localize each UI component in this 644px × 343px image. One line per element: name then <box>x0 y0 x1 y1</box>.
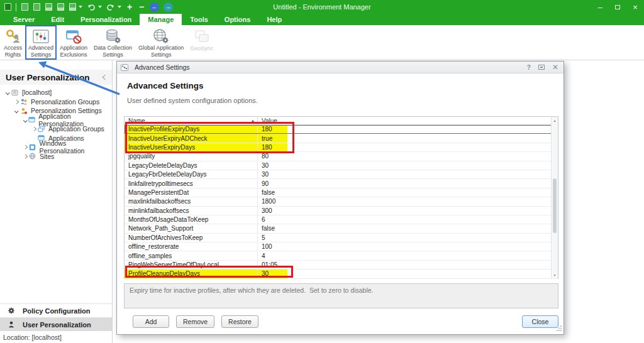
setting-value: 5 <box>258 234 558 242</box>
table-row-legacydeletedelaydays[interactable]: LegacyDeleteDelayDays30 <box>125 161 558 170</box>
setting-name: MonthsOfUsageDataToKeep <box>125 215 258 224</box>
remove-button[interactable]: Remove <box>176 315 214 328</box>
tab-server[interactable]: Server <box>5 14 43 25</box>
global-application-settings-button[interactable]: Global ApplicationSettings <box>135 25 187 60</box>
setting-value: 30 <box>258 270 558 278</box>
tab-tools[interactable]: Tools <box>182 14 216 25</box>
table-row-network_path_support[interactable]: Network_Path_Supportfalse <box>125 224 558 233</box>
scrollbar-thumb[interactable] <box>553 178 557 233</box>
save-as-icon[interactable] <box>57 3 64 11</box>
tab-edit[interactable]: Edit <box>43 14 72 25</box>
add-icon[interactable]: + <box>126 3 133 11</box>
remove-icon[interactable]: − <box>138 3 145 11</box>
dialog-subtitle: User defined system configuration option… <box>127 97 258 104</box>
dialog-heading: Advanced Settings <box>127 81 204 90</box>
table-row-profilecleanupdelaydays[interactable]: ProfileCleanupDelayDays30 <box>125 270 558 278</box>
sidebar-header: User Personalization <box>0 70 112 85</box>
forward-icon[interactable]: → <box>164 3 173 11</box>
setting-name: LegacyFbrDeleteDelayDays <box>125 170 258 178</box>
table-row-pingwebservertimeofdaylocal[interactable]: PingWebServerTimeOfDayLocal01:05 <box>125 261 558 270</box>
setting-value: 300 <box>258 207 558 215</box>
scroll-up-icon[interactable]: ▲ <box>553 117 557 124</box>
dialog-restore-icon[interactable] <box>538 65 545 70</box>
expand-node-icon[interactable] <box>22 146 29 149</box>
setting-value: 100 <box>258 242 558 251</box>
geosync-button[interactable]: GeoSync <box>187 25 216 60</box>
collapse-node-icon[interactable] <box>22 119 28 122</box>
table-row-managepersistentdat[interactable]: ManagePersistentDatfalse <box>125 188 558 197</box>
table-row-maxlinkfailbackoffsecs[interactable]: maxlinkfailbackoffsecs1800 <box>125 197 558 206</box>
person-icon <box>8 321 16 328</box>
advanced-settings-button[interactable]: AdvancedSettings <box>25 25 57 60</box>
save-all-dropdown-icon[interactable] <box>79 6 82 8</box>
new-document-icon[interactable] <box>21 3 28 11</box>
back-icon[interactable]: ← <box>150 3 159 11</box>
column-header-name[interactable]: Name ▲ <box>125 117 258 124</box>
tree-item-application-groups[interactable]: Application Groups <box>0 124 112 134</box>
access-rights-button[interactable]: AccessRights <box>1 25 25 60</box>
redo-icon[interactable] <box>106 3 115 11</box>
window-titlebar: Untitled - Environment Manager +−←→ – × <box>0 0 644 14</box>
table-row-numberofarchivestokeep[interactable]: NumberOfArchivesToKeep5 <box>125 234 558 242</box>
data-collection-settings-button[interactable]: Data CollectionSettings <box>91 25 135 60</box>
vertical-scrollbar[interactable]: ▲ ▼ <box>551 117 558 278</box>
advanced-settings-dialog: Advanced Settings ? ✕ Advanced Settings … <box>116 61 564 335</box>
restore-icon[interactable] <box>609 0 626 14</box>
table-row-offline_samples[interactable]: offline_samples4 <box>125 251 558 260</box>
dialog-close-icon[interactable]: ✕ <box>552 63 558 72</box>
open-icon[interactable] <box>33 3 40 11</box>
tab-manage[interactable]: Manage <box>140 14 182 25</box>
table-row-minlinkfailbackoffsecs[interactable]: minlinkfailbackoffsecs300 <box>125 207 558 215</box>
table-row-jpgquality[interactable]: jpgquality80 <box>125 152 558 161</box>
save-icon[interactable] <box>45 3 52 11</box>
tab-personalization[interactable]: Personalization <box>72 14 140 25</box>
save-all-icon[interactable] <box>69 3 76 11</box>
windows-stack-icon <box>38 126 46 133</box>
window-icon <box>28 116 36 123</box>
tab-options[interactable]: Options <box>216 14 259 25</box>
table-row-inactiveuserexpiryadcheck[interactable]: InactiveUserExpiryADChecktrue <box>125 134 558 143</box>
resize-grip[interactable] <box>556 322 562 334</box>
nav-item-label: User Personalization <box>23 321 91 329</box>
table-row-linkfailretrypolltimesecs[interactable]: linkfailretrypolltimesecs90 <box>125 179 558 188</box>
sort-ascending-icon: ▲ <box>251 119 255 122</box>
advanced-settings-icon <box>121 64 129 71</box>
table-row-inactiveuserexpirydays[interactable]: InactiveUserExpiryDays180 <box>125 143 558 152</box>
setting-name: Network_Path_Support <box>125 224 258 232</box>
expand-node-icon[interactable] <box>22 155 29 158</box>
nav-item-policy-configuration[interactable]: Policy Configuration <box>0 303 112 317</box>
undo-dropdown-icon[interactable] <box>98 6 102 8</box>
tree-item-windows-personalization[interactable]: Windows Personalization <box>0 143 112 152</box>
collapse-node-icon[interactable] <box>13 109 20 112</box>
tree-item-application-personalization[interactable]: Application Personalization <box>0 116 112 125</box>
redo-dropdown-icon[interactable] <box>118 6 121 8</box>
setting-value: 4 <box>258 251 558 259</box>
table-row-offline_restorerate[interactable]: offline_restorerate100 <box>125 242 558 251</box>
scroll-down-icon[interactable]: ▼ <box>553 271 557 278</box>
collapse-sidebar-icon[interactable] <box>103 75 108 80</box>
expand-node-icon[interactable] <box>31 128 38 131</box>
dialog-titlebar: Advanced Settings ? ✕ <box>117 62 564 74</box>
add-button[interactable]: Add <box>133 315 169 328</box>
column-header-value[interactable]: Value <box>258 117 558 124</box>
application-exclusions-icon <box>65 28 82 45</box>
collapse-node-icon[interactable] <box>4 91 11 94</box>
tab-help[interactable]: Help <box>258 14 290 25</box>
table-row-monthsofusagedatatokeep[interactable]: MonthsOfUsageDataToKeep6 <box>125 215 558 224</box>
restore-button[interactable]: Restore <box>221 315 258 328</box>
close-button[interactable]: Close <box>522 315 558 328</box>
help-icon[interactable]: ? <box>527 64 531 71</box>
expand-node-icon[interactable] <box>13 101 20 104</box>
tree-item-personalization-groups[interactable]: Personalization Groups <box>0 97 112 107</box>
close-icon[interactable]: × <box>626 0 644 14</box>
minimize-icon[interactable]: – <box>591 0 609 14</box>
table-row-inactiveprofileexpirydays[interactable]: InactiveProfileExpiryDays180 <box>125 125 558 134</box>
ribbon-button-label: ApplicationExclusions <box>60 45 87 58</box>
undo-icon[interactable] <box>87 3 96 11</box>
table-row-legacyfbrdeletedelaydays[interactable]: LegacyFbrDeleteDelayDays30 <box>125 170 558 179</box>
nav-item-user-personalization[interactable]: User Personalization <box>0 317 112 331</box>
tree-item-localhost[interactable]: [localhost] <box>0 88 112 97</box>
app-icon[interactable] <box>4 3 11 11</box>
tree-item-label: [localhost] <box>22 89 52 96</box>
application-exclusions-button[interactable]: ApplicationExclusions <box>57 25 91 60</box>
